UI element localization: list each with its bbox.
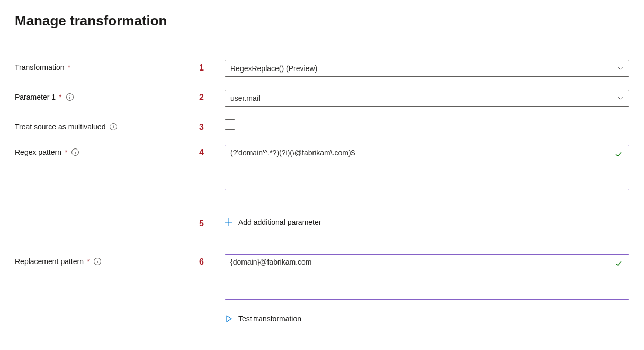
row-regex-pattern: Regex pattern * i 4 (?'domain'^.*?)(?i)(… xyxy=(15,145,629,190)
label-parameter1-text: Parameter 1 xyxy=(15,93,56,101)
label-replacement-pattern: Replacement pattern * i xyxy=(15,254,199,266)
required-asterisk: * xyxy=(68,63,70,72)
callout-3: 3 xyxy=(199,119,225,132)
callout-6: 6 xyxy=(199,254,225,267)
label-regex-pattern: Regex pattern * i xyxy=(15,145,199,156)
label-transformation: Transformation * xyxy=(15,60,199,72)
label-multivalued-text: Treat source as multivalued xyxy=(15,122,105,131)
transformation-select-value: RegexReplace() (Preview) xyxy=(230,64,317,73)
replacement-pattern-input[interactable]: {domain}@fabrikam.com xyxy=(225,254,629,300)
required-asterisk: * xyxy=(65,148,67,156)
test-transformation-label: Test transformation xyxy=(238,314,301,323)
info-icon[interactable]: i xyxy=(66,93,74,101)
check-icon xyxy=(615,260,622,267)
transformation-form: Transformation * 1 RegexReplace() (Previ… xyxy=(15,60,629,325)
required-asterisk: * xyxy=(87,257,90,266)
row-multivalued: Treat source as multivalued i 3 xyxy=(15,119,629,132)
parameter1-select-value: user.mail xyxy=(230,94,260,102)
callout-1: 1 xyxy=(199,60,225,73)
test-transformation-button[interactable]: Test transformation xyxy=(225,312,629,325)
parameter1-select[interactable]: user.mail xyxy=(225,90,629,107)
page-title: Manage transformation xyxy=(15,13,629,29)
label-replacement-pattern-text: Replacement pattern xyxy=(15,257,84,266)
row-replacement-pattern: Replacement pattern * i 6 {domain}@fabri… xyxy=(15,254,629,325)
play-icon xyxy=(225,314,233,323)
callout-2: 2 xyxy=(199,90,225,102)
regex-pattern-input[interactable]: (?'domain'^.*?)(?i)(\@fabrikam\.com)$ xyxy=(225,145,629,190)
label-transformation-text: Transformation xyxy=(15,63,65,72)
chevron-down-icon xyxy=(617,95,623,101)
label-regex-pattern-text: Regex pattern xyxy=(15,148,61,156)
transformation-select[interactable]: RegexReplace() (Preview) xyxy=(225,60,629,77)
info-icon[interactable]: i xyxy=(94,258,101,265)
chevron-down-icon xyxy=(617,65,623,72)
info-icon[interactable]: i xyxy=(110,123,117,130)
label-multivalued: Treat source as multivalued i xyxy=(15,119,199,131)
check-icon xyxy=(615,151,622,158)
required-asterisk: * xyxy=(59,93,61,101)
label-parameter1: Parameter 1 * i xyxy=(15,90,199,101)
row-add-parameter: 5 Add additional parameter xyxy=(15,216,629,229)
regex-pattern-value: (?'domain'^.*?)(?i)(\@fabrikam\.com)$ xyxy=(230,148,355,157)
multivalued-checkbox[interactable] xyxy=(225,119,235,130)
replacement-pattern-value: {domain}@fabrikam.com xyxy=(230,258,312,266)
callout-5: 5 xyxy=(199,216,225,229)
row-transformation: Transformation * 1 RegexReplace() (Previ… xyxy=(15,60,629,77)
plus-icon xyxy=(225,218,233,226)
info-icon[interactable]: i xyxy=(71,148,79,156)
callout-4: 4 xyxy=(199,145,225,158)
add-parameter-button[interactable]: Add additional parameter xyxy=(225,216,629,229)
row-parameter1: Parameter 1 * i 2 user.mail xyxy=(15,90,629,107)
add-parameter-label: Add additional parameter xyxy=(238,218,321,226)
